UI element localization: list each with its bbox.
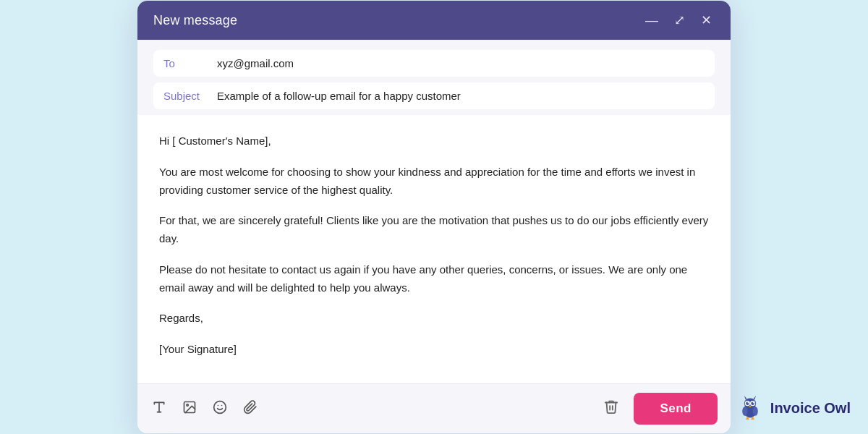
regards-line: Regards, xyxy=(159,310,709,328)
svg-point-15 xyxy=(747,402,749,404)
text-format-button[interactable] xyxy=(150,399,168,418)
image-insert-button[interactable] xyxy=(181,399,198,418)
body-paragraph-2: For that, we are sincerely grateful! Cli… xyxy=(159,212,709,248)
svg-marker-9 xyxy=(744,396,747,399)
subject-value: Example of a follow-up email for a happy… xyxy=(217,90,461,102)
minimize-button[interactable]: — xyxy=(642,12,661,28)
brand-name: Invoice Owl xyxy=(770,400,851,417)
modal-body[interactable]: Hi [ Customer's Name], You are most welc… xyxy=(137,115,731,383)
modal-header: New message — ⤢ ✕ xyxy=(137,1,731,40)
delete-button[interactable] xyxy=(600,396,622,421)
svg-marker-10 xyxy=(753,396,756,399)
to-field-row: To xyz@gmail.com xyxy=(153,50,715,77)
emoji-button[interactable] xyxy=(211,399,229,418)
to-label: To xyxy=(163,57,207,69)
subject-field-row: Subject Example of a follow-up email for… xyxy=(153,82,715,109)
brand-area: Invoice Owl xyxy=(737,395,851,421)
attachment-button[interactable] xyxy=(242,399,259,418)
modal-fields: To xyz@gmail.com Subject Example of a fo… xyxy=(137,40,731,115)
close-button[interactable]: ✕ xyxy=(698,12,715,28)
to-value: xyz@gmail.com xyxy=(217,57,294,69)
subject-label: Subject xyxy=(163,90,207,102)
svg-point-4 xyxy=(214,401,226,414)
footer-right: Send xyxy=(600,393,718,425)
greeting-line: Hi [ Customer's Name], xyxy=(159,132,709,150)
signature-line: [Your Signature] xyxy=(159,341,709,359)
svg-point-16 xyxy=(753,402,754,404)
svg-point-13 xyxy=(746,401,749,405)
body-paragraph-3: Please do not hesitate to contact us aga… xyxy=(159,261,709,297)
svg-point-14 xyxy=(751,401,754,405)
send-button[interactable]: Send xyxy=(634,393,718,425)
owl-logo-icon xyxy=(737,395,763,421)
footer-tools xyxy=(150,399,259,418)
maximize-button[interactable]: ⤢ xyxy=(671,12,688,28)
body-paragraph-1: You are most welcome for choosing to sho… xyxy=(159,163,709,200)
svg-point-19 xyxy=(752,407,757,416)
email-body-text: Hi [ Customer's Name], You are most welc… xyxy=(159,132,709,359)
modal-footer: Send xyxy=(137,383,731,433)
header-controls: — ⤢ ✕ xyxy=(642,12,715,28)
modal-title: New message xyxy=(153,13,237,28)
svg-point-3 xyxy=(187,404,189,407)
svg-point-18 xyxy=(742,407,747,416)
compose-modal: New message — ⤢ ✕ To xyz@gmail.com Subje… xyxy=(137,1,731,433)
